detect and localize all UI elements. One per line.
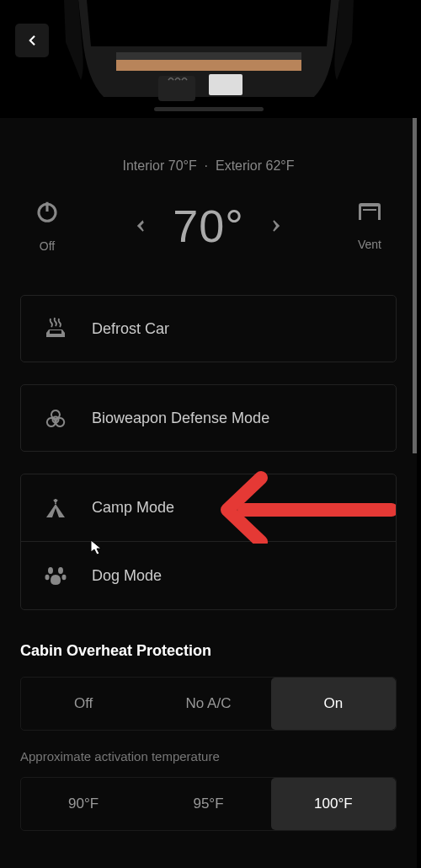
paw-icon [43, 563, 68, 588]
temperature-status: Interior 70°F · Exterior 62°F [0, 158, 417, 174]
svg-rect-6 [50, 330, 61, 334]
svg-point-9 [58, 567, 63, 574]
tent-icon [43, 496, 68, 521]
car-top-view [0, 0, 417, 118]
interior-temp: Interior 70°F [123, 158, 197, 173]
bioweapon-label: Bioweapon Defense Mode [92, 410, 269, 427]
exterior-temp: Exterior 62°F [216, 158, 295, 173]
vent-label: Vent [358, 238, 381, 251]
svg-rect-3 [209, 74, 242, 95]
chevron-left-icon [132, 217, 149, 234]
defrost-label: Defrost Car [92, 320, 169, 338]
bioweapon-defense-button[interactable]: Bioweapon Defense Mode [20, 384, 397, 452]
svg-rect-2 [158, 76, 195, 101]
defrost-car-button[interactable]: Defrost Car [20, 295, 397, 362]
svg-rect-1 [116, 52, 301, 60]
defrost-icon [43, 316, 68, 341]
drag-handle[interactable] [154, 107, 264, 111]
cabin-overheat-no-ac[interactable]: No A/C [146, 678, 270, 730]
svg-point-11 [62, 575, 67, 580]
chevron-left-icon [24, 33, 40, 48]
cabin-overheat-on[interactable]: On [271, 678, 396, 730]
temperature-setpoint: 70° [173, 200, 244, 252]
camp-mode-button[interactable]: Camp Mode [21, 474, 396, 542]
camp-mode-label: Camp Mode [92, 499, 174, 517]
svg-rect-0 [116, 59, 301, 71]
activation-temp-100[interactable]: 100°F [271, 778, 396, 830]
activation-temp-95[interactable]: 95°F [146, 778, 270, 830]
svg-point-10 [45, 575, 50, 580]
vent-button[interactable]: Vent [346, 201, 393, 251]
dog-mode-button[interactable]: Dog Mode [21, 542, 396, 609]
svg-point-8 [48, 567, 53, 574]
cabin-overheat-segment: Off No A/C On [20, 677, 397, 731]
temp-increase-button[interactable] [268, 217, 285, 234]
back-button[interactable] [15, 24, 49, 57]
cabin-overheat-off[interactable]: Off [21, 678, 146, 730]
activation-temp-label: Approximate activation temperature [20, 749, 397, 764]
car-illustration-icon [40, 0, 377, 118]
activation-temp-90[interactable]: 90°F [21, 778, 146, 830]
power-icon [35, 199, 60, 224]
biohazard-icon [43, 405, 68, 431]
cabin-overheat-title: Cabin Overheat Protection [20, 642, 397, 660]
climate-off-button[interactable]: Off [24, 199, 71, 253]
temp-decrease-button[interactable] [132, 217, 149, 234]
chevron-right-icon [268, 217, 285, 234]
off-label: Off [40, 239, 55, 253]
dog-mode-label: Dog Mode [92, 567, 162, 585]
activation-temp-segment: 90°F 95°F 100°F [20, 777, 397, 831]
vent-icon [356, 201, 383, 222]
